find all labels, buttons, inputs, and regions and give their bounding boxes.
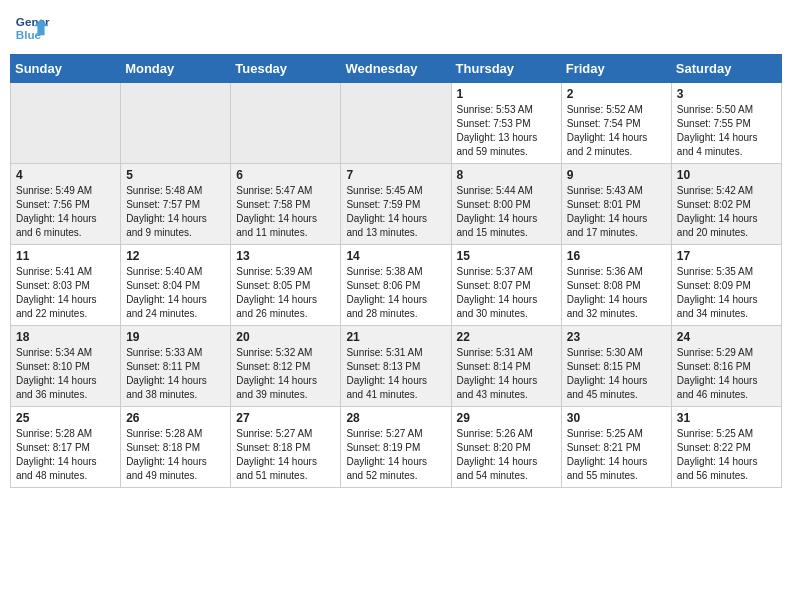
weekday-header-sunday: Sunday (11, 55, 121, 83)
calendar-cell: 12Sunrise: 5:40 AMSunset: 8:04 PMDayligh… (121, 245, 231, 326)
day-info: Sunrise: 5:50 AMSunset: 7:55 PMDaylight:… (677, 103, 776, 159)
day-info: Sunrise: 5:28 AMSunset: 8:18 PMDaylight:… (126, 427, 225, 483)
calendar-cell: 6Sunrise: 5:47 AMSunset: 7:58 PMDaylight… (231, 164, 341, 245)
calendar-week-1: 1Sunrise: 5:53 AMSunset: 7:53 PMDaylight… (11, 83, 782, 164)
calendar-cell: 8Sunrise: 5:44 AMSunset: 8:00 PMDaylight… (451, 164, 561, 245)
day-info: Sunrise: 5:26 AMSunset: 8:20 PMDaylight:… (457, 427, 556, 483)
day-number: 12 (126, 249, 225, 263)
day-number: 11 (16, 249, 115, 263)
svg-text:General: General (16, 15, 50, 28)
calendar-cell (231, 83, 341, 164)
calendar-cell: 10Sunrise: 5:42 AMSunset: 8:02 PMDayligh… (671, 164, 781, 245)
day-number: 31 (677, 411, 776, 425)
calendar-cell: 2Sunrise: 5:52 AMSunset: 7:54 PMDaylight… (561, 83, 671, 164)
day-number: 14 (346, 249, 445, 263)
day-number: 3 (677, 87, 776, 101)
day-number: 17 (677, 249, 776, 263)
day-info: Sunrise: 5:42 AMSunset: 8:02 PMDaylight:… (677, 184, 776, 240)
calendar-cell: 25Sunrise: 5:28 AMSunset: 8:17 PMDayligh… (11, 407, 121, 488)
day-info: Sunrise: 5:25 AMSunset: 8:21 PMDaylight:… (567, 427, 666, 483)
logo: General Blue (14, 10, 50, 46)
calendar-cell: 20Sunrise: 5:32 AMSunset: 8:12 PMDayligh… (231, 326, 341, 407)
calendar-table: SundayMondayTuesdayWednesdayThursdayFrid… (10, 54, 782, 488)
weekday-header-monday: Monday (121, 55, 231, 83)
day-info: Sunrise: 5:47 AMSunset: 7:58 PMDaylight:… (236, 184, 335, 240)
calendar-cell (11, 83, 121, 164)
day-info: Sunrise: 5:38 AMSunset: 8:06 PMDaylight:… (346, 265, 445, 321)
day-info: Sunrise: 5:39 AMSunset: 8:05 PMDaylight:… (236, 265, 335, 321)
calendar-cell: 5Sunrise: 5:48 AMSunset: 7:57 PMDaylight… (121, 164, 231, 245)
calendar-cell: 1Sunrise: 5:53 AMSunset: 7:53 PMDaylight… (451, 83, 561, 164)
logo-icon: General Blue (14, 10, 50, 46)
day-info: Sunrise: 5:45 AMSunset: 7:59 PMDaylight:… (346, 184, 445, 240)
calendar-cell: 19Sunrise: 5:33 AMSunset: 8:11 PMDayligh… (121, 326, 231, 407)
page-header: General Blue (10, 10, 782, 46)
weekday-header-thursday: Thursday (451, 55, 561, 83)
day-info: Sunrise: 5:41 AMSunset: 8:03 PMDaylight:… (16, 265, 115, 321)
weekday-header-wednesday: Wednesday (341, 55, 451, 83)
day-number: 16 (567, 249, 666, 263)
day-number: 24 (677, 330, 776, 344)
calendar-week-4: 18Sunrise: 5:34 AMSunset: 8:10 PMDayligh… (11, 326, 782, 407)
day-number: 13 (236, 249, 335, 263)
day-info: Sunrise: 5:37 AMSunset: 8:07 PMDaylight:… (457, 265, 556, 321)
day-number: 6 (236, 168, 335, 182)
day-info: Sunrise: 5:43 AMSunset: 8:01 PMDaylight:… (567, 184, 666, 240)
calendar-cell: 31Sunrise: 5:25 AMSunset: 8:22 PMDayligh… (671, 407, 781, 488)
calendar-cell (341, 83, 451, 164)
day-number: 30 (567, 411, 666, 425)
calendar-cell: 22Sunrise: 5:31 AMSunset: 8:14 PMDayligh… (451, 326, 561, 407)
calendar-cell: 23Sunrise: 5:30 AMSunset: 8:15 PMDayligh… (561, 326, 671, 407)
day-number: 28 (346, 411, 445, 425)
calendar-week-2: 4Sunrise: 5:49 AMSunset: 7:56 PMDaylight… (11, 164, 782, 245)
day-info: Sunrise: 5:53 AMSunset: 7:53 PMDaylight:… (457, 103, 556, 159)
day-info: Sunrise: 5:31 AMSunset: 8:13 PMDaylight:… (346, 346, 445, 402)
calendar-cell: 21Sunrise: 5:31 AMSunset: 8:13 PMDayligh… (341, 326, 451, 407)
calendar-cell: 28Sunrise: 5:27 AMSunset: 8:19 PMDayligh… (341, 407, 451, 488)
day-number: 1 (457, 87, 556, 101)
day-info: Sunrise: 5:49 AMSunset: 7:56 PMDaylight:… (16, 184, 115, 240)
day-number: 10 (677, 168, 776, 182)
day-number: 27 (236, 411, 335, 425)
weekday-header-tuesday: Tuesday (231, 55, 341, 83)
day-info: Sunrise: 5:27 AMSunset: 8:18 PMDaylight:… (236, 427, 335, 483)
calendar-cell: 18Sunrise: 5:34 AMSunset: 8:10 PMDayligh… (11, 326, 121, 407)
day-number: 26 (126, 411, 225, 425)
day-info: Sunrise: 5:35 AMSunset: 8:09 PMDaylight:… (677, 265, 776, 321)
calendar-week-3: 11Sunrise: 5:41 AMSunset: 8:03 PMDayligh… (11, 245, 782, 326)
calendar-cell: 30Sunrise: 5:25 AMSunset: 8:21 PMDayligh… (561, 407, 671, 488)
weekday-header-saturday: Saturday (671, 55, 781, 83)
day-number: 7 (346, 168, 445, 182)
day-number: 2 (567, 87, 666, 101)
day-info: Sunrise: 5:32 AMSunset: 8:12 PMDaylight:… (236, 346, 335, 402)
day-number: 20 (236, 330, 335, 344)
day-number: 5 (126, 168, 225, 182)
calendar-cell: 27Sunrise: 5:27 AMSunset: 8:18 PMDayligh… (231, 407, 341, 488)
calendar-cell: 4Sunrise: 5:49 AMSunset: 7:56 PMDaylight… (11, 164, 121, 245)
day-number: 18 (16, 330, 115, 344)
day-info: Sunrise: 5:52 AMSunset: 7:54 PMDaylight:… (567, 103, 666, 159)
day-number: 21 (346, 330, 445, 344)
calendar-cell: 11Sunrise: 5:41 AMSunset: 8:03 PMDayligh… (11, 245, 121, 326)
day-info: Sunrise: 5:28 AMSunset: 8:17 PMDaylight:… (16, 427, 115, 483)
calendar-week-5: 25Sunrise: 5:28 AMSunset: 8:17 PMDayligh… (11, 407, 782, 488)
calendar-cell: 3Sunrise: 5:50 AMSunset: 7:55 PMDaylight… (671, 83, 781, 164)
day-info: Sunrise: 5:25 AMSunset: 8:22 PMDaylight:… (677, 427, 776, 483)
day-info: Sunrise: 5:30 AMSunset: 8:15 PMDaylight:… (567, 346, 666, 402)
weekday-header-row: SundayMondayTuesdayWednesdayThursdayFrid… (11, 55, 782, 83)
day-info: Sunrise: 5:29 AMSunset: 8:16 PMDaylight:… (677, 346, 776, 402)
weekday-header-friday: Friday (561, 55, 671, 83)
day-number: 8 (457, 168, 556, 182)
day-number: 22 (457, 330, 556, 344)
day-info: Sunrise: 5:33 AMSunset: 8:11 PMDaylight:… (126, 346, 225, 402)
day-info: Sunrise: 5:44 AMSunset: 8:00 PMDaylight:… (457, 184, 556, 240)
day-number: 9 (567, 168, 666, 182)
calendar-cell: 29Sunrise: 5:26 AMSunset: 8:20 PMDayligh… (451, 407, 561, 488)
day-number: 29 (457, 411, 556, 425)
calendar-cell: 7Sunrise: 5:45 AMSunset: 7:59 PMDaylight… (341, 164, 451, 245)
calendar-cell: 26Sunrise: 5:28 AMSunset: 8:18 PMDayligh… (121, 407, 231, 488)
calendar-cell: 16Sunrise: 5:36 AMSunset: 8:08 PMDayligh… (561, 245, 671, 326)
day-number: 23 (567, 330, 666, 344)
day-info: Sunrise: 5:34 AMSunset: 8:10 PMDaylight:… (16, 346, 115, 402)
day-info: Sunrise: 5:27 AMSunset: 8:19 PMDaylight:… (346, 427, 445, 483)
